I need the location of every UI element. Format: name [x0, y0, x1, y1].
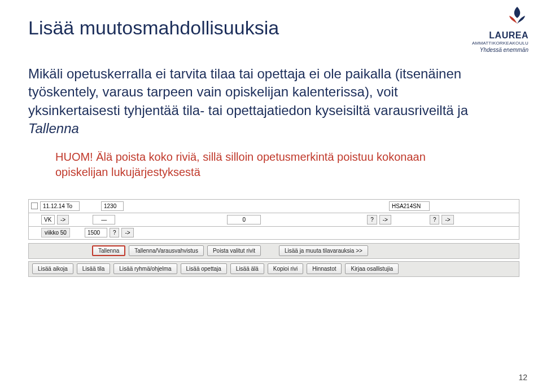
time-end-cell[interactable]: 1500 [85, 228, 107, 237]
warning-note: HUOM! Älä poista koko riviä, sillä sillo… [55, 149, 451, 180]
lisaa-tilavarauksia-button[interactable]: Lisää ja muuta tilavarauksia >> [279, 245, 368, 256]
kopioi-rivi-button[interactable]: Kopioi rivi [268, 263, 303, 274]
button-row-1: Tallenna Tallenna/Varausvahvistus Poista… [28, 243, 519, 259]
logo-block: LAUREA AMMATTIKORKEAKOULU Yhdessä enemmä… [472, 5, 528, 53]
body-paragraph: Mikäli opetuskerralla ei tarvita tilaa t… [28, 65, 491, 138]
grid-row-2: VK -> — 0 ? -> ? -> [28, 213, 519, 226]
arrow-button-3[interactable]: -> [442, 215, 453, 224]
lisaa-ala-button[interactable]: Lisää älä [230, 263, 264, 274]
laurea-logo-icon [506, 5, 528, 27]
lisaa-aikoja-button[interactable]: Lisää aikoja [32, 263, 73, 274]
kirjaa-osallistujia-button[interactable]: Kirjaa osallistujia [345, 263, 398, 274]
dash-cell[interactable]: — [93, 215, 115, 224]
date-cell[interactable]: 11.12.14 To [40, 201, 80, 211]
lisaa-ryhma-button[interactable]: Lisää ryhmä/ohjelma [113, 263, 177, 274]
vk-cell[interactable]: VK [41, 215, 55, 224]
arrow-button-4[interactable]: -> [121, 228, 133, 237]
lisaa-opettaja-button[interactable]: Lisää opettaja [181, 263, 227, 274]
time-start-cell[interactable]: 1230 [101, 201, 124, 211]
arrow-button[interactable]: -> [57, 215, 69, 224]
help-button[interactable]: ? [367, 215, 377, 224]
grid-row-3: viikko 50 1500 ? -> [28, 226, 519, 240]
lisaa-tila-button[interactable]: Lisää tila [77, 263, 110, 274]
logo-name: LAUREA [472, 30, 528, 41]
button-row-2: Lisää aikoja Lisää tila Lisää ryhmä/ohje… [28, 261, 519, 277]
body-text-main: Mikäli opetuskerralla ei tarvita tilaa t… [28, 66, 468, 118]
logo-subtitle: AMMATTIKORKEAKOULU [472, 41, 528, 46]
course-cell[interactable]: HSA214SN [389, 201, 430, 211]
week-label: viikko 50 [41, 228, 70, 237]
page-title: Lisää muutosmahdollisuuksia [28, 17, 514, 39]
body-text-save: Tallenna [28, 121, 79, 136]
arrow-button-2[interactable]: -> [379, 215, 391, 224]
tallenna-button[interactable]: Tallenna [92, 245, 125, 256]
page-number: 12 [518, 373, 527, 382]
app-screenshot: 11.12.14 To 1230 HSA214SN VK -> — 0 ? ->… [28, 199, 519, 277]
row-checkbox[interactable] [31, 202, 38, 209]
hinnastot-button[interactable]: Hinnastot [307, 263, 342, 274]
help-button-2[interactable]: ? [430, 215, 440, 224]
zero-cell[interactable]: 0 [227, 215, 261, 224]
grid-row-1: 11.12.14 To 1230 HSA214SN [28, 199, 519, 213]
poista-rivit-button[interactable]: Poista valitut rivit [207, 245, 261, 256]
logo-tagline: Yhdessä enemmän [472, 47, 528, 53]
help-button-3[interactable]: ? [110, 228, 120, 237]
varausvahvistus-button[interactable]: Tallenna/Varausvahvistus [129, 245, 204, 256]
